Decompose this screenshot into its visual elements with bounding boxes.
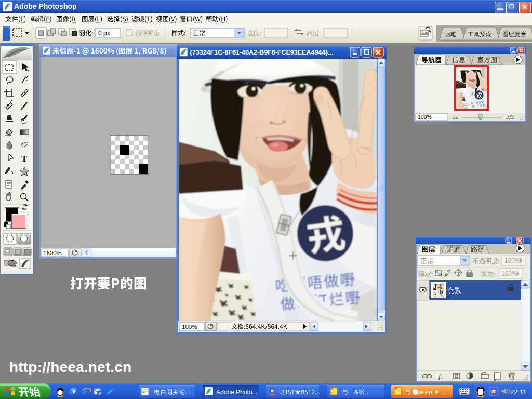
svg-text:100%: 100%	[418, 114, 432, 120]
svg-text:1600%: 1600%	[43, 250, 62, 256]
svg-text:Adobe Photo...: Adobe Photo...	[216, 389, 257, 396]
svg-text:{73324F1C-8F61-40A2-B9F6-FCE93: {73324F1C-8F61-40A2-B9F6-FCE93EEA4944}..…	[190, 49, 334, 56]
svg-text:100%: 100%	[501, 270, 517, 277]
svg-text:0 px: 0 px	[98, 30, 110, 37]
svg-text:T: T	[21, 154, 28, 164]
svg-text:22:11: 22:11	[510, 388, 527, 396]
svg-text:f.: f.	[438, 373, 442, 380]
svg-text:100%: 100%	[504, 257, 521, 264]
svg-text:100%: 100%	[182, 324, 197, 330]
